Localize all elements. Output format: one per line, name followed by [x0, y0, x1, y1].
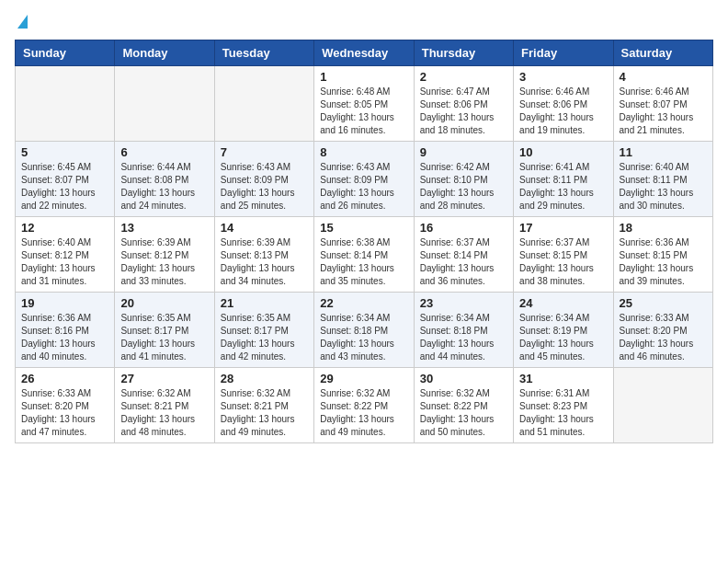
day-info: Sunrise: 6:40 AM Sunset: 8:12 PM Dayligh… [21, 236, 108, 288]
calendar-cell: 6Sunrise: 6:44 AM Sunset: 8:08 PM Daylig… [115, 142, 214, 217]
calendar-cell: 11Sunrise: 6:40 AM Sunset: 8:11 PM Dayli… [613, 142, 712, 217]
day-info: Sunrise: 6:46 AM Sunset: 8:07 PM Dayligh… [620, 86, 707, 137]
day-info: Sunrise: 6:32 AM Sunset: 8:22 PM Dayligh… [420, 387, 507, 439]
calendar-cell: 13Sunrise: 6:39 AM Sunset: 8:12 PM Dayli… [115, 217, 214, 293]
day-info: Sunrise: 6:34 AM Sunset: 8:19 PM Dayligh… [519, 312, 607, 363]
day-number: 13 [120, 221, 208, 235]
calendar-cell: 19Sunrise: 6:36 AM Sunset: 8:16 PM Dayli… [16, 293, 115, 368]
calendar-cell: 18Sunrise: 6:36 AM Sunset: 8:15 PM Dayli… [613, 217, 712, 293]
day-info: Sunrise: 6:44 AM Sunset: 8:08 PM Dayligh… [120, 161, 208, 213]
calendar-cell: 2Sunrise: 6:47 AM Sunset: 8:06 PM Daylig… [414, 66, 513, 142]
weekday-header-sunday: Sunday [16, 40, 115, 66]
day-info: Sunrise: 6:43 AM Sunset: 8:09 PM Dayligh… [221, 161, 308, 213]
day-info: Sunrise: 6:34 AM Sunset: 8:18 PM Dayligh… [420, 312, 507, 363]
weekday-header-thursday: Thursday [414, 40, 513, 66]
calendar-cell: 17Sunrise: 6:37 AM Sunset: 8:15 PM Dayli… [514, 217, 613, 293]
weekday-header-monday: Monday [115, 40, 214, 66]
calendar-cell: 30Sunrise: 6:32 AM Sunset: 8:22 PM Dayli… [414, 368, 513, 443]
logo-triangle-icon [17, 15, 28, 29]
calendar-cell: 8Sunrise: 6:43 AM Sunset: 8:09 PM Daylig… [314, 142, 414, 217]
day-info: Sunrise: 6:35 AM Sunset: 8:17 PM Dayligh… [221, 312, 308, 363]
day-number: 20 [120, 296, 208, 310]
day-info: Sunrise: 6:32 AM Sunset: 8:22 PM Dayligh… [320, 387, 407, 439]
day-number: 7 [221, 145, 308, 159]
day-number: 31 [519, 372, 607, 385]
calendar-row-5: 26Sunrise: 6:33 AM Sunset: 8:20 PM Dayli… [16, 368, 713, 443]
day-number: 24 [519, 296, 607, 310]
day-number: 22 [320, 296, 407, 310]
day-info: Sunrise: 6:43 AM Sunset: 8:09 PM Dayligh… [320, 161, 407, 213]
calendar-cell [16, 66, 115, 142]
calendar-cell: 26Sunrise: 6:33 AM Sunset: 8:20 PM Dayli… [16, 368, 115, 443]
calendar-row-1: 1Sunrise: 6:48 AM Sunset: 8:05 PM Daylig… [16, 66, 713, 142]
calendar-row-2: 5Sunrise: 6:45 AM Sunset: 8:07 PM Daylig… [16, 142, 713, 217]
day-number: 30 [420, 372, 507, 385]
calendar-cell: 3Sunrise: 6:46 AM Sunset: 8:06 PM Daylig… [514, 66, 613, 142]
day-info: Sunrise: 6:42 AM Sunset: 8:10 PM Dayligh… [420, 161, 507, 213]
calendar-cell: 31Sunrise: 6:31 AM Sunset: 8:23 PM Dayli… [514, 368, 613, 443]
calendar-cell: 20Sunrise: 6:35 AM Sunset: 8:17 PM Dayli… [115, 293, 214, 368]
day-number: 5 [21, 145, 108, 159]
day-info: Sunrise: 6:39 AM Sunset: 8:13 PM Dayligh… [221, 236, 308, 288]
calendar-cell [613, 368, 712, 443]
calendar-cell [214, 66, 313, 142]
calendar-cell: 21Sunrise: 6:35 AM Sunset: 8:17 PM Dayli… [214, 293, 313, 368]
day-number: 10 [519, 145, 607, 159]
calendar-cell: 23Sunrise: 6:34 AM Sunset: 8:18 PM Dayli… [414, 293, 513, 368]
calendar-cell: 29Sunrise: 6:32 AM Sunset: 8:22 PM Dayli… [314, 368, 414, 443]
calendar-cell [115, 66, 214, 142]
calendar-cell: 28Sunrise: 6:32 AM Sunset: 8:21 PM Dayli… [214, 368, 313, 443]
day-number: 25 [620, 296, 707, 310]
calendar-table: SundayMondayTuesdayWednesdayThursdayFrid… [15, 40, 713, 443]
day-info: Sunrise: 6:33 AM Sunset: 8:20 PM Dayligh… [21, 387, 108, 439]
weekday-header-friday: Friday [514, 40, 613, 66]
day-info: Sunrise: 6:48 AM Sunset: 8:05 PM Dayligh… [320, 86, 407, 137]
day-number: 23 [420, 296, 507, 310]
day-info: Sunrise: 6:46 AM Sunset: 8:06 PM Dayligh… [519, 86, 607, 137]
day-number: 6 [120, 145, 208, 159]
day-number: 27 [120, 372, 208, 385]
calendar-cell: 1Sunrise: 6:48 AM Sunset: 8:05 PM Daylig… [314, 66, 414, 142]
day-info: Sunrise: 6:33 AM Sunset: 8:20 PM Dayligh… [620, 312, 707, 363]
day-info: Sunrise: 6:31 AM Sunset: 8:23 PM Dayligh… [519, 387, 607, 439]
calendar-cell: 12Sunrise: 6:40 AM Sunset: 8:12 PM Dayli… [16, 217, 115, 293]
page-header [15, 15, 713, 30]
calendar-cell: 14Sunrise: 6:39 AM Sunset: 8:13 PM Dayli… [214, 217, 313, 293]
day-info: Sunrise: 6:45 AM Sunset: 8:07 PM Dayligh… [21, 161, 108, 213]
calendar-cell: 27Sunrise: 6:32 AM Sunset: 8:21 PM Dayli… [115, 368, 214, 443]
day-info: Sunrise: 6:35 AM Sunset: 8:17 PM Dayligh… [120, 312, 208, 363]
day-number: 21 [221, 296, 308, 310]
weekday-header-tuesday: Tuesday [214, 40, 313, 66]
calendar-cell: 25Sunrise: 6:33 AM Sunset: 8:20 PM Dayli… [613, 293, 712, 368]
day-info: Sunrise: 6:40 AM Sunset: 8:11 PM Dayligh… [620, 161, 707, 213]
calendar-cell: 22Sunrise: 6:34 AM Sunset: 8:18 PM Dayli… [314, 293, 414, 368]
day-number: 15 [320, 221, 407, 235]
day-number: 4 [620, 70, 707, 84]
day-number: 2 [420, 70, 507, 84]
day-number: 3 [519, 70, 607, 84]
calendar-cell: 24Sunrise: 6:34 AM Sunset: 8:19 PM Dayli… [514, 293, 613, 368]
day-info: Sunrise: 6:32 AM Sunset: 8:21 PM Dayligh… [120, 387, 208, 439]
calendar-row-4: 19Sunrise: 6:36 AM Sunset: 8:16 PM Dayli… [16, 293, 713, 368]
calendar-cell: 7Sunrise: 6:43 AM Sunset: 8:09 PM Daylig… [214, 142, 313, 217]
day-number: 8 [320, 145, 407, 159]
day-number: 12 [21, 221, 108, 235]
calendar-cell: 5Sunrise: 6:45 AM Sunset: 8:07 PM Daylig… [16, 142, 115, 217]
calendar-cell: 15Sunrise: 6:38 AM Sunset: 8:14 PM Dayli… [314, 217, 414, 293]
day-info: Sunrise: 6:47 AM Sunset: 8:06 PM Dayligh… [420, 86, 507, 137]
weekday-header-saturday: Saturday [613, 40, 712, 66]
calendar-cell: 4Sunrise: 6:46 AM Sunset: 8:07 PM Daylig… [613, 66, 712, 142]
day-number: 11 [620, 145, 707, 159]
calendar-cell: 10Sunrise: 6:41 AM Sunset: 8:11 PM Dayli… [514, 142, 613, 217]
day-info: Sunrise: 6:41 AM Sunset: 8:11 PM Dayligh… [519, 161, 607, 213]
day-number: 9 [420, 145, 507, 159]
calendar-cell: 9Sunrise: 6:42 AM Sunset: 8:10 PM Daylig… [414, 142, 513, 217]
day-info: Sunrise: 6:34 AM Sunset: 8:18 PM Dayligh… [320, 312, 407, 363]
day-number: 14 [221, 221, 308, 235]
day-info: Sunrise: 6:36 AM Sunset: 8:15 PM Dayligh… [620, 236, 707, 288]
day-number: 26 [21, 372, 108, 385]
weekday-header-wednesday: Wednesday [314, 40, 414, 66]
day-info: Sunrise: 6:37 AM Sunset: 8:15 PM Dayligh… [519, 236, 607, 288]
day-number: 29 [320, 372, 407, 385]
day-info: Sunrise: 6:39 AM Sunset: 8:12 PM Dayligh… [120, 236, 208, 288]
